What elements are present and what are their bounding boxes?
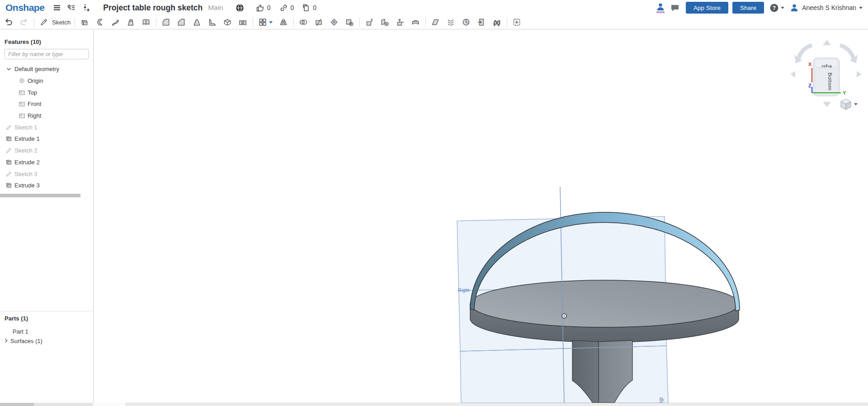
link-counter[interactable]: 0	[279, 4, 294, 12]
offset-surface-button[interactable]	[410, 16, 421, 28]
globe-icon[interactable]	[236, 4, 244, 12]
roll-cw-arrow-icon[interactable]	[840, 45, 854, 59]
horizontal-scrollbar[interactable]	[0, 194, 80, 197]
sketch-button-label[interactable]: Sketch	[52, 19, 71, 26]
rotate-up-arrow-icon	[823, 40, 831, 45]
bottom-tab-active[interactable]	[0, 403, 34, 406]
tree-item-extrude2[interactable]: Extrude 2	[0, 157, 93, 168]
model-canvas[interactable]: Right Top	[94, 29, 868, 403]
tree-item-sketch1[interactable]: Sketch 1	[0, 121, 93, 133]
tree-item-extrude1[interactable]: Extrude 1	[0, 133, 93, 145]
feature-filter-input[interactable]	[5, 49, 89, 59]
copy-icon	[302, 4, 310, 12]
insert-element-icon[interactable]	[82, 4, 90, 12]
app-store-button[interactable]: App Store	[686, 2, 728, 14]
hamburger-menu-icon[interactable]	[53, 4, 61, 12]
onshape-logo[interactable]: Onshape	[5, 2, 44, 13]
like-counter[interactable]: 0	[256, 4, 271, 12]
view-cube-widget[interactable]: Right Bottom X Z Y	[788, 35, 863, 110]
cube-front-face-label[interactable]: Bottom	[827, 72, 833, 90]
point-button[interactable]	[460, 16, 472, 28]
rotate-left-arrow-icon	[790, 71, 795, 77]
svg-text:?: ?	[773, 5, 776, 11]
pattern-dropdown-caret-icon[interactable]	[269, 21, 273, 24]
toolbar-separator	[293, 18, 294, 27]
hole-button[interactable]	[237, 16, 249, 28]
shell-button[interactable]	[222, 16, 233, 28]
plane-icon	[18, 89, 25, 96]
tree-item-plane-right[interactable]: Right	[0, 110, 93, 122]
custom-feature-button[interactable]	[511, 16, 523, 28]
tree-item-plane-top[interactable]: Top	[0, 86, 93, 98]
linear-pattern-button[interactable]	[257, 16, 274, 28]
right-plane-label: Right	[458, 288, 470, 293]
derived-button[interactable]	[476, 16, 487, 28]
view-cube[interactable]: Right Bottom	[813, 58, 840, 96]
chamfer-button[interactable]	[175, 16, 187, 28]
chat-icon[interactable]	[670, 3, 679, 12]
sketch-icon	[5, 124, 12, 131]
panel-divider	[0, 311, 93, 311]
parts-panel-title: Parts (1)	[5, 315, 28, 322]
tree-item-extrude3[interactable]: Extrude 3	[0, 180, 93, 191]
transform-button[interactable]	[394, 16, 406, 28]
replace-face-button[interactable]	[379, 16, 391, 28]
help-icon[interactable]: ?	[769, 3, 784, 13]
tree-item-sketch3[interactable]: Sketch 3	[0, 168, 93, 180]
copy-counter[interactable]: 0	[302, 4, 316, 12]
table-top-part[interactable]	[470, 280, 739, 342]
roll-ccw-arrow-icon[interactable]	[798, 45, 812, 59]
draft-button[interactable]	[191, 16, 203, 28]
user-menu-caret-icon[interactable]	[859, 7, 863, 9]
view-options-button[interactable]	[841, 99, 858, 110]
table-top-face[interactable]	[470, 280, 739, 327]
delete-face-button[interactable]	[344, 16, 355, 28]
view-options-caret-icon	[854, 103, 858, 105]
rib-button[interactable]	[206, 16, 218, 28]
user-name[interactable]: Aneesh S Krishnan	[802, 4, 856, 11]
surfaces-group[interactable]: Surfaces (1)	[4, 338, 42, 344]
workspace-name[interactable]: Main	[208, 4, 223, 12]
extrude-button[interactable]	[79, 16, 90, 28]
variable-button[interactable]: (x)	[491, 16, 503, 28]
thicken-button[interactable]	[140, 16, 152, 28]
bottom-tab-bar[interactable]	[125, 403, 868, 406]
svg-text:(x): (x)	[494, 19, 500, 26]
chevron-down-icon[interactable]	[5, 66, 12, 73]
mirror-button[interactable]	[278, 16, 289, 28]
helix-button[interactable]	[445, 16, 457, 28]
versions-history-icon[interactable]	[67, 4, 75, 12]
presence-avatar[interactable]	[656, 2, 665, 13]
sketch-icon	[5, 147, 12, 154]
boolean-button[interactable]	[297, 16, 309, 28]
sweep-button[interactable]	[109, 16, 121, 28]
modify-fillet-button[interactable]	[328, 16, 340, 28]
feature-list-panel: Features (10) Default geometry Origin To…	[0, 29, 94, 403]
tree-item-default-geometry[interactable]: Default geometry	[0, 63, 93, 75]
move-face-button[interactable]	[363, 16, 375, 28]
share-button[interactable]: Share	[732, 2, 764, 14]
undo-button[interactable]	[3, 16, 14, 28]
fillet-button[interactable]	[160, 16, 172, 28]
y-axis-label: Y	[843, 90, 846, 96]
sketch-button[interactable]	[38, 16, 50, 28]
plane-button[interactable]	[429, 16, 441, 28]
chevron-right-icon[interactable]	[4, 338, 9, 344]
toolbar-separator	[253, 18, 253, 27]
graphics-viewport[interactable]: Right Top	[94, 29, 868, 403]
rotate-down-arrow-icon	[823, 102, 831, 107]
split-button[interactable]	[313, 16, 325, 28]
redo-button[interactable]	[18, 16, 30, 28]
tree-item-plane-front[interactable]: Front	[0, 98, 93, 110]
feature-tree: Default geometry Origin Top Front Right	[0, 63, 93, 191]
extrude-icon	[5, 135, 12, 143]
origin-point[interactable]	[562, 314, 566, 318]
tree-item-origin[interactable]: Origin	[0, 75, 93, 87]
origin-icon	[18, 77, 25, 85]
tree-item-sketch2[interactable]: Sketch 2	[0, 145, 93, 157]
cube-top-face-label[interactable]: Right	[821, 64, 832, 68]
revolve-button[interactable]	[94, 16, 106, 28]
part-item[interactable]: Part 1	[13, 328, 28, 335]
loft-button[interactable]	[125, 16, 137, 28]
user-avatar[interactable]	[790, 3, 799, 12]
